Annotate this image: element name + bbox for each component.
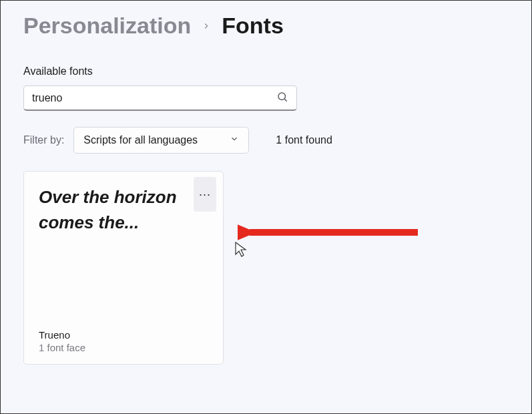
more-button[interactable]: ···: [194, 177, 216, 212]
filter-dropdown[interactable]: Scripts for all languages: [73, 127, 249, 154]
svg-line-1: [284, 99, 286, 101]
search-box[interactable]: [23, 85, 297, 111]
font-card[interactable]: ··· Over the horizon comes the... Trueno…: [23, 171, 224, 365]
font-name: Trueno: [39, 329, 208, 341]
filter-label: Filter by:: [23, 134, 64, 146]
breadcrumb-current: Fonts: [222, 13, 284, 39]
chevron-down-icon: [230, 134, 239, 146]
chevron-right-icon: [202, 21, 211, 31]
font-face-count: 1 font face: [39, 342, 208, 353]
result-count: 1 font found: [276, 134, 332, 146]
font-preview-text: Over the horizon comes the...: [39, 185, 208, 235]
annotation-arrow: [238, 219, 425, 246]
cursor-icon: [234, 241, 249, 258]
filter-dropdown-text: Scripts for all languages: [83, 134, 198, 146]
filter-row: Filter by: Scripts for all languages 1 f…: [23, 127, 509, 154]
search-icon: [276, 91, 288, 106]
svg-point-0: [278, 93, 286, 100]
breadcrumb-parent[interactable]: Personalization: [23, 13, 191, 39]
available-fonts-label: Available fonts: [23, 65, 509, 77]
breadcrumb: Personalization Fonts: [23, 13, 509, 39]
search-input[interactable]: [32, 92, 276, 104]
